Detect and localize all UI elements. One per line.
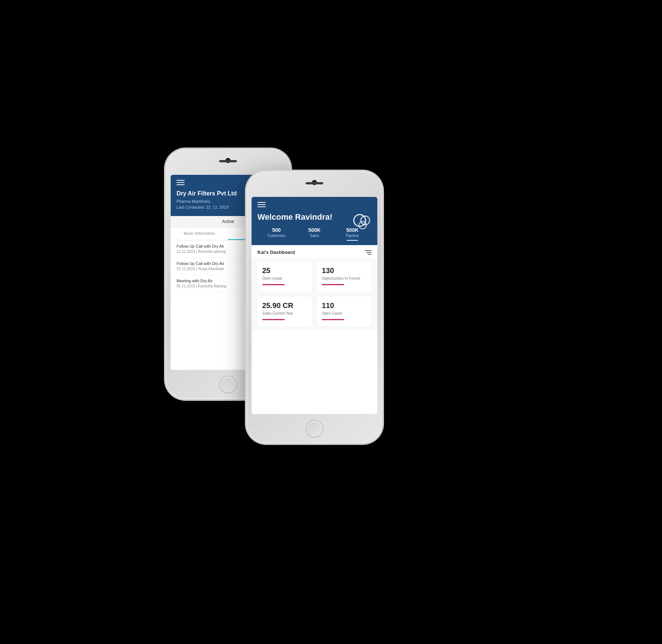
filter-icon[interactable] xyxy=(365,250,371,255)
stat-customers[interactable]: 500 Customers xyxy=(257,227,295,238)
home-button-2[interactable] xyxy=(306,421,323,437)
dashboard-header: Kai's Dashboard xyxy=(252,245,377,258)
tab-basic-info[interactable]: Basic Information xyxy=(171,227,228,240)
phone-2-header: Welcome Ravindra! 500 Customers xyxy=(252,197,377,245)
stats-bar: 500 Customers 500K Sales 500K Pipeline xyxy=(257,227,371,238)
card-number-sales: 25.90 CR xyxy=(262,301,307,310)
dashboard-title: Kai's Dashboard xyxy=(257,250,295,255)
stat-pipeline[interactable]: 500K Pipeline xyxy=(334,227,371,238)
speaker-1 xyxy=(219,160,237,162)
status-text: Active xyxy=(222,219,234,224)
card-opportunities[interactable]: 130 Opportunities In Funnel xyxy=(316,261,372,292)
hamburger-menu-2[interactable] xyxy=(257,202,266,207)
phone-2-screen: Welcome Ravindra! 500 Customers xyxy=(252,197,377,414)
card-bar-open-leads xyxy=(262,284,285,285)
card-bar-open-cases xyxy=(322,319,344,320)
card-bar-opportunities xyxy=(322,284,344,285)
dashboard-cards: 25 Open Leads 130 Opportunities In Funne… xyxy=(252,258,377,330)
scene: Dry Air Filters Pvt Ltd Pharma Machinery… xyxy=(166,120,496,524)
card-number-opportunities: 130 xyxy=(322,266,367,275)
card-number-open-leads: 25 xyxy=(262,266,307,275)
home-button-1[interactable] xyxy=(220,376,236,393)
phone-2: Welcome Ravindra! 500 Customers xyxy=(246,171,382,443)
speaker-2 xyxy=(306,182,323,184)
card-open-cases[interactable]: 110 Open Cases xyxy=(316,296,372,327)
hamburger-menu-1[interactable] xyxy=(177,180,185,185)
card-label-opportunities: Opportunities In Funnel xyxy=(322,276,367,280)
card-label-open-cases: Open Cases xyxy=(322,311,367,315)
card-label-open-leads: Open Leads xyxy=(262,276,307,280)
card-label-sales: Sales Current Year xyxy=(262,311,307,315)
card-bar-sales xyxy=(262,319,285,320)
card-number-open-cases: 110 xyxy=(322,301,367,310)
card-open-leads[interactable]: 25 Open Leads xyxy=(257,261,313,292)
stat-sales[interactable]: 500K Sales xyxy=(295,227,333,238)
card-sales-current-year[interactable]: 25.90 CR Sales Current Year xyxy=(257,296,313,327)
